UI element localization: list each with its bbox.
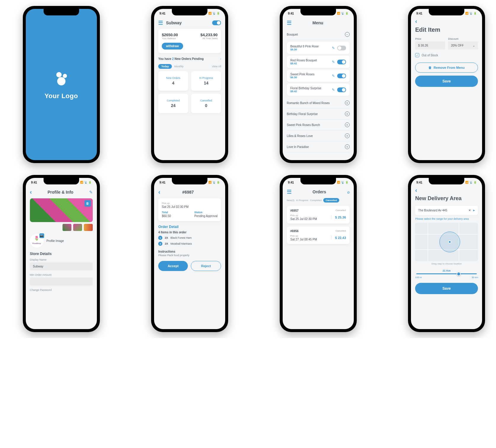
section-row[interactable]: Romantic Bunch of Mixed Roses+ — [287, 98, 350, 109]
range-slider[interactable] — [416, 273, 477, 274]
chevron-down-icon: ⌄ — [473, 44, 475, 47]
trash-icon: 🗑 — [428, 66, 432, 69]
discount-select[interactable]: 20% OFF ⌄ — [448, 42, 478, 50]
thumbnail[interactable] — [73, 224, 82, 231]
slider-value: 21 Km — [415, 269, 478, 272]
phone-dashboard: 9:41 📶📡🔋 ☰ Subway $2650.00 Your Balance … — [151, 6, 228, 163]
section-bouquet[interactable]: Bouquet − — [287, 29, 350, 40]
cover-image: 🗑 — [30, 198, 93, 222]
display-name-label: Display Name — [30, 258, 93, 261]
pending-orders-link[interactable]: You have 2 New Orders Pending › — [158, 57, 221, 60]
expand-icon[interactable]: + — [345, 144, 350, 149]
page-title: Orders — [292, 189, 347, 194]
balance-card: $2650.00 Your Balance $4,233.90 All Time… — [158, 29, 221, 53]
order-list-item[interactable]: #6957Cancelled Pick upSat 25 Jul 02:30 P… — [287, 206, 350, 224]
phone-orders-list: 9:41📶📡🔋 ☰ Orders ⌕ New(2) In Progress Co… — [280, 175, 357, 332]
sales-label: All Time Sales — [200, 37, 217, 40]
menu-item: Floral Birthday Surprise$8.42 ✎ — [287, 84, 350, 96]
accept-button[interactable]: Accept — [158, 261, 188, 271]
item-toggle[interactable] — [337, 87, 346, 92]
save-button[interactable]: Save — [415, 76, 478, 87]
map[interactable] — [415, 223, 478, 261]
status-time: 9:41 — [159, 12, 165, 15]
menu-icon[interactable]: ☰ — [287, 20, 292, 26]
slider-thumb[interactable] — [457, 272, 461, 276]
edit-icon[interactable]: ✎ — [332, 74, 335, 78]
menu-icon[interactable]: ☰ — [158, 20, 163, 26]
min-order-input[interactable] — [30, 278, 93, 286]
price-label: Price — [415, 37, 445, 40]
section-row[interactable]: Lilies & Roses Love+ — [287, 130, 350, 141]
min-order-label: Min Order Amount — [30, 273, 93, 276]
phone-profile: 9:41📶📡🔋 ‹ Profile & Info ✎ 🗑 FlowShop 📷 — [23, 175, 100, 332]
item-toggle[interactable] — [337, 60, 346, 64]
tab-monthly[interactable]: Monthly — [174, 65, 209, 68]
phone-order-detail: 9:41📶📡🔋 ‹ #6987 Pick up Sat 25 Jul 02:30… — [151, 175, 228, 332]
order-list-item[interactable]: #6956Cancelled Pick upSat 27 Jul 08:45 P… — [287, 227, 350, 244]
status-icons: 📶📡🔋 — [208, 12, 220, 15]
edit-icon[interactable]: ✎ — [332, 46, 335, 50]
expand-icon[interactable]: + — [345, 111, 350, 116]
order-detail-heading: Order Detail — [158, 225, 221, 229]
page-title: New Delivery Area — [415, 195, 478, 202]
stat-completed[interactable]: Completed24 — [158, 94, 188, 113]
section-row[interactable]: Birthday Floral Surprise+ — [287, 109, 350, 119]
out-of-stock-checkbox[interactable]: ✓ — [415, 53, 419, 57]
menu-item: Beautiful 8 Pink Rose$6.30 ✎ — [287, 42, 350, 54]
tab-completed[interactable]: Completed — [310, 199, 321, 202]
order-summary-card: Pick up Sat 25 Jul 02:30 PM Total$60.50 … — [158, 198, 221, 221]
map-pin-icon — [448, 240, 451, 243]
clear-icon[interactable]: ✕ — [468, 209, 471, 212]
map-hint: Drag map to choose location — [415, 262, 478, 265]
withdraw-button[interactable]: withdraw — [162, 43, 183, 50]
tab-new[interactable]: New(2) — [287, 199, 295, 202]
page-title: Edit Item — [415, 26, 478, 33]
remove-button[interactable]: 🗑 Remove From Menu — [415, 63, 478, 73]
delete-image-button[interactable]: 🗑 — [84, 200, 91, 207]
out-of-stock-label: Out of Stock — [422, 54, 438, 57]
section-row[interactable]: Sweet Pink Roses Bunch+ — [287, 119, 350, 130]
edit-icon[interactable]: ✎ — [332, 60, 335, 64]
section-row[interactable]: Love in Paradise+ — [287, 141, 350, 152]
edit-icon[interactable]: ✎ — [89, 190, 93, 194]
search-icon[interactable]: ⌕ — [347, 189, 350, 194]
address-input[interactable]: The Boulevard Av 445 ✕ ➤ — [415, 206, 478, 215]
reject-button[interactable]: Reject — [191, 261, 221, 271]
menu-item: Sweet Pink Roses$6.30 ✎ — [287, 70, 350, 82]
locate-icon[interactable]: ➤ — [473, 209, 475, 212]
svg-point-1 — [56, 72, 62, 77]
item-toggle[interactable] — [337, 74, 346, 78]
camera-icon[interactable]: 📷 — [39, 233, 44, 238]
order-id: #6987 — [155, 190, 221, 194]
balance-value: $2650.00 — [162, 33, 178, 37]
stat-cancelled[interactable]: Cancelled0 — [191, 94, 221, 113]
store-details-heading: Store Details — [30, 252, 93, 256]
back-button[interactable]: ‹ — [415, 18, 478, 25]
store-toggle[interactable] — [212, 20, 221, 25]
page-title: Profile & Info — [48, 190, 73, 194]
menu-icon[interactable]: ☰ — [287, 189, 292, 195]
thumbnail[interactable] — [63, 224, 71, 231]
change-password-link[interactable]: Change Password — [30, 288, 93, 291]
menu-item: Red Roses Bouquet$8.42 ✎ — [287, 56, 350, 68]
expand-icon[interactable]: + — [345, 101, 350, 105]
edit-icon[interactable]: ✎ — [332, 88, 335, 92]
collapse-icon[interactable]: − — [345, 32, 350, 37]
tab-viewall[interactable]: View All — [212, 65, 221, 68]
expand-icon[interactable]: + — [345, 122, 350, 127]
display-name-input[interactable]: Subway — [30, 262, 93, 270]
tab-today[interactable]: Today — [158, 64, 172, 69]
tab-cancelled[interactable]: Cancelled — [323, 198, 339, 203]
save-button[interactable]: Save — [415, 283, 478, 294]
expand-icon[interactable]: + — [345, 133, 350, 138]
phone-splash: Your Logo — [23, 6, 100, 163]
thumbnail[interactable] — [84, 224, 93, 231]
back-button[interactable]: ‹ — [415, 187, 478, 194]
svg-point-0 — [57, 77, 65, 85]
stat-new-orders[interactable]: New Orders4 — [158, 71, 188, 91]
price-input[interactable] — [415, 42, 445, 50]
back-button[interactable]: ‹ — [30, 189, 32, 195]
stat-in-progress[interactable]: In Progress14 — [191, 71, 221, 91]
tab-progress[interactable]: In Progress — [296, 199, 308, 202]
item-toggle[interactable] — [337, 46, 346, 50]
